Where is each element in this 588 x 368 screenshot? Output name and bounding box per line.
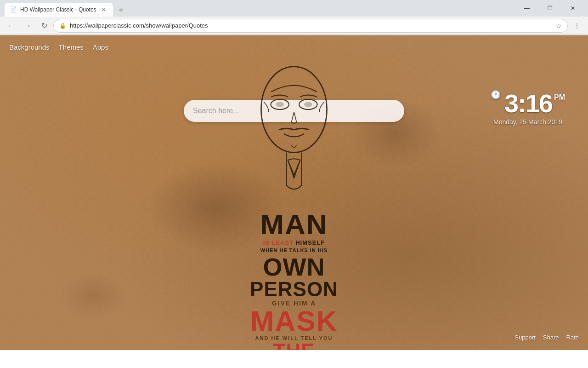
quote-truth: THE TRUTH — [243, 341, 345, 350]
quote-container: MAN IS LEAST HIMSELF WHEN HE TALKS IN HI… — [243, 210, 345, 350]
nav-item-backgrounds[interactable]: Backgrounds — [9, 43, 50, 51]
tab-favicon: 📄 — [10, 6, 17, 13]
bookmark-icon[interactable]: ☆ — [556, 22, 562, 29]
title-bar: 📄 HD Wallpaper Classic - Quotes ✕ + — ❐ … — [0, 0, 588, 17]
footer-links: Support Share Rate — [514, 334, 579, 341]
quote-himself: HIMSELF — [295, 239, 325, 247]
share-link[interactable]: Share — [543, 334, 559, 341]
svg-point-0 — [261, 67, 327, 153]
nav-item-themes[interactable]: Themes — [59, 43, 84, 51]
clock-time: 3:16 — [504, 91, 552, 116]
browser-menu-button[interactable]: ⋮ — [570, 18, 584, 33]
page-content: Backgrounds Themes Apps 🕐 3:16 PM Monday… — [0, 35, 588, 350]
minimize-button[interactable]: — — [516, 1, 537, 15]
clock-date: Monday, 25 March 2019 — [491, 118, 565, 126]
quote-man: MAN — [243, 210, 345, 239]
svg-point-2 — [276, 102, 284, 107]
browser-tab[interactable]: 📄 HD Wallpaper Classic - Quotes ✕ — [5, 3, 113, 17]
nav-item-apps[interactable]: Apps — [93, 43, 108, 51]
site-nav: Backgrounds Themes Apps — [0, 35, 118, 58]
tab-close-button[interactable]: ✕ — [100, 6, 107, 13]
clock-icon: 🕐 — [491, 91, 501, 99]
close-button[interactable]: ✕ — [562, 1, 583, 15]
maximize-button[interactable]: ❐ — [539, 1, 560, 15]
quote-is-least: IS LEAST — [263, 239, 294, 247]
back-button[interactable]: ← — [4, 18, 18, 33]
address-bar[interactable]: 🔒 https://wallpaperclassic.com/show/wall… — [53, 19, 568, 33]
svg-point-4 — [304, 102, 312, 107]
quote-mask: MASK — [243, 307, 345, 335]
browser-toolbar: ← → ↻ 🔒 https://wallpaperclassic.com/sho… — [0, 17, 588, 35]
security-icon: 🔒 — [59, 23, 66, 29]
clock-widget: 🕐 3:16 PM Monday, 25 March 2019 — [491, 91, 565, 126]
browser-frame: 📄 HD Wallpaper Classic - Quotes ✕ + — ❐ … — [0, 0, 588, 35]
support-link[interactable]: Support — [514, 334, 536, 341]
rate-link[interactable]: Rate — [566, 334, 579, 341]
refresh-button[interactable]: ↻ — [37, 18, 51, 33]
tab-bar: 📄 HD Wallpaper Classic - Quotes ✕ + — [5, 0, 516, 17]
forward-button[interactable]: → — [20, 18, 35, 33]
url-text: https://wallpaperclassic.com/show/wallpa… — [70, 22, 552, 29]
mask-illustration — [243, 54, 345, 197]
clock-ampm: PM — [554, 93, 565, 102]
tab-title: HD Wallpaper Classic - Quotes — [20, 6, 96, 13]
new-tab-button[interactable]: + — [115, 4, 128, 17]
background-stain-3 — [59, 273, 128, 319]
quote-own: OWN — [243, 254, 345, 279]
window-controls: — ❐ ✕ — [516, 1, 583, 15]
quote-person: PERSON — [243, 279, 345, 299]
